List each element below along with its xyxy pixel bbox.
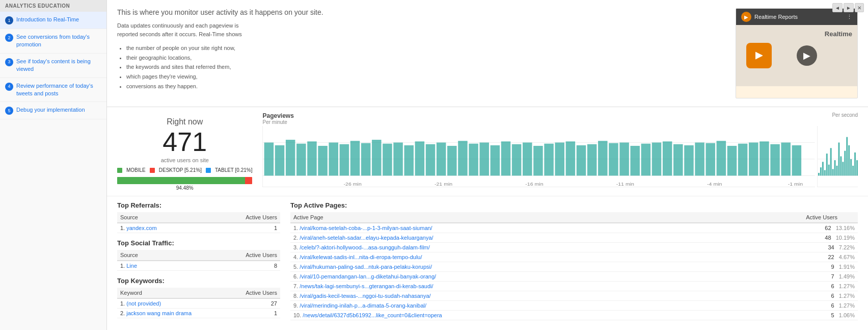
page-link-1[interactable]: /viral/aneh-setelah-sadar...elayu-kepada… xyxy=(300,235,433,241)
table-row: 10. /news/detail/6327d5b61992...like_cou… xyxy=(290,311,858,320)
mobile-progress xyxy=(117,177,245,184)
step-4-icon: 4 xyxy=(5,83,13,91)
video-body[interactable]: ▶ Realtime xyxy=(736,25,857,86)
svg-rect-64 xyxy=(818,173,820,175)
sidebar-item-tweets[interactable]: 4 Review performance of today's tweets a… xyxy=(0,78,106,103)
page-link-0[interactable]: /viral/koma-setelah-coba-...p-1-3-milyan… xyxy=(300,225,432,231)
page-link-8[interactable]: /viral/merinding-inilah-p...a-dimata-5-o… xyxy=(300,302,426,309)
svg-rect-77 xyxy=(844,151,846,176)
social-users-header: Active Users xyxy=(180,250,280,261)
step-5-icon: 5 xyxy=(5,107,13,115)
svg-rect-34 xyxy=(599,141,608,175)
svg-rect-22 xyxy=(469,144,478,176)
tablet-legend-label: TABLET [0.21%] xyxy=(215,167,253,173)
svg-rect-13 xyxy=(372,140,382,175)
sidebar-item-2-label: See conversions from today's promotion xyxy=(16,33,101,49)
edu-panel: This is where you monitor user activity … xyxy=(107,0,868,107)
social-num: 1. Line xyxy=(117,261,180,271)
svg-rect-24 xyxy=(491,145,500,176)
svg-rect-38 xyxy=(641,144,650,176)
edu-description: Data updates continuously and each pagev… xyxy=(117,21,260,38)
right-now-block: Right now 471 active users on site MOBIL… xyxy=(117,112,252,191)
social-title: Top Social Traffic: xyxy=(117,239,280,247)
svg-rect-32 xyxy=(577,145,586,176)
svg-rect-20 xyxy=(448,146,457,175)
edu-list-item-3: the keywords and sites that referred the… xyxy=(126,62,725,72)
svg-rect-31 xyxy=(566,141,575,175)
keyword-users-2: 1 xyxy=(227,309,280,318)
active-pages-title: Top Active Pages: xyxy=(290,201,858,209)
mobile-legend-label: MOBILE xyxy=(126,167,146,173)
table-row: 4. /viral/kelewat-sadis-inl...nita-di-er… xyxy=(290,252,858,262)
page-link-5[interactable]: /viral/10-pemandangan-lan...g-diketahui-… xyxy=(300,273,436,280)
chart-section: Pageviews Per minute Per second xyxy=(262,112,858,191)
page-link-2[interactable]: /celeb/?-aktori-hollywood-...asa-sungguh… xyxy=(300,244,430,250)
step-2-icon: 2 xyxy=(5,34,13,42)
svg-rect-45 xyxy=(717,141,726,175)
svg-rect-68 xyxy=(826,154,828,175)
svg-rect-43 xyxy=(695,142,704,175)
svg-rect-4 xyxy=(275,145,284,176)
edu-video[interactable]: ▶ Realtime Reports ⋮ ▶ Realtime xyxy=(736,8,858,98)
table-row: 1. Line 8 xyxy=(117,261,280,271)
sidebar-item-content[interactable]: 3 See if today's content is being viewed xyxy=(0,54,106,78)
svg-rect-27 xyxy=(523,142,532,175)
svg-rect-73 xyxy=(836,166,838,175)
play-button[interactable]: ▶ xyxy=(797,45,817,66)
svg-rect-25 xyxy=(501,141,510,175)
svg-rect-67 xyxy=(824,170,826,176)
video-menu-icon[interactable]: ⋮ xyxy=(847,14,852,20)
referrals-title: Top Referrals: xyxy=(117,201,280,209)
page-link-6[interactable]: /news/tak-lagi-sembunyi-s...gterangan-di… xyxy=(300,283,433,289)
sidebar-header: ANALYTICS EDUCATION xyxy=(0,0,106,12)
pages-page-header: Active Page xyxy=(290,212,709,223)
active-user-sublabel: active users on site xyxy=(117,157,252,163)
page-users-2: 34 7.22% xyxy=(709,243,858,252)
page-link-9[interactable]: /news/detail/6327d5b61992...like_count=0… xyxy=(303,312,442,318)
sidebar: ANALYTICS EDUCATION 1 Introduction to Re… xyxy=(0,0,107,330)
svg-rect-15 xyxy=(394,142,403,175)
svg-rect-42 xyxy=(685,145,694,176)
svg-rect-7 xyxy=(308,141,317,175)
page-link-7[interactable]: /viral/gadis-kecil-tewas-...nggoi-tu-sud… xyxy=(300,293,430,299)
social-source-header: Source xyxy=(117,250,180,261)
main-chart-svg: -26 min -21 min -16 min -11 min -4 min -… xyxy=(263,126,815,187)
table-row: 8. /viral/gadis-kecil-tewas-...nggoi-tu-… xyxy=(290,291,858,301)
svg-rect-26 xyxy=(512,144,521,176)
svg-rect-28 xyxy=(534,146,543,175)
svg-rect-48 xyxy=(749,142,758,175)
desktop-progress xyxy=(245,177,252,184)
edu-list-item-2: their geographic locations, xyxy=(126,53,725,63)
prev-button[interactable]: ◄ xyxy=(832,3,843,12)
page-link-4[interactable]: /viral/hukuman-paling-sad...ntuk-para-pe… xyxy=(300,264,432,270)
device-legend: MOBILE DESKTOP [5.21%] TABLET [0.21%] xyxy=(117,165,252,175)
page-cell-0: 1. /viral/koma-setelah-coba-...p-1-3-mil… xyxy=(290,223,709,233)
keywords-users-header: Active Users xyxy=(227,288,280,298)
svg-rect-76 xyxy=(842,162,844,175)
active-pages-table: Active Page Active Users 1. /viral/koma-… xyxy=(290,212,858,320)
svg-rect-8 xyxy=(318,146,328,175)
mobile-legend-dot xyxy=(117,168,122,173)
social-table: Source Active Users 1. Line 8 xyxy=(117,250,280,271)
svg-rect-11 xyxy=(350,141,360,175)
video-brand-icon: ▶ xyxy=(741,12,751,22)
table-row: 5. /viral/hukuman-paling-sad...ntuk-para… xyxy=(290,262,858,272)
realtime-section: Right now 471 active users on site MOBIL… xyxy=(107,107,868,196)
keyword-users-1: 27 xyxy=(227,298,280,309)
table-row: 9. /viral/merinding-inilah-p...a-dimata-… xyxy=(290,301,858,311)
sidebar-item-conversions[interactable]: 2 See conversions from today's promotion xyxy=(0,29,106,54)
video-subtitle: Realtime xyxy=(825,30,852,38)
svg-text:-21 min: -21 min xyxy=(435,182,452,187)
keyword-1: 1. (not provided) xyxy=(117,298,227,309)
page-link-3[interactable]: /viral/kelewat-sadis-inl...nita-di-eropa… xyxy=(300,254,422,260)
table-row: 7. /news/tak-lagi-sembunyi-s...gterangan… xyxy=(290,282,858,291)
svg-rect-16 xyxy=(404,145,414,176)
next-button[interactable]: ► xyxy=(844,3,854,12)
svg-rect-37 xyxy=(631,146,640,175)
keywords-keyword-header: Keyword xyxy=(117,288,227,298)
close-button[interactable]: ✕ xyxy=(855,3,864,12)
sidebar-item-debug[interactable]: 5 Debug your implementation xyxy=(0,102,106,119)
sidebar-item-intro[interactable]: 1 Introduction to Real-Time xyxy=(0,12,106,29)
svg-rect-18 xyxy=(426,144,435,176)
table-row: 1. yandex.com 1 xyxy=(117,223,280,233)
